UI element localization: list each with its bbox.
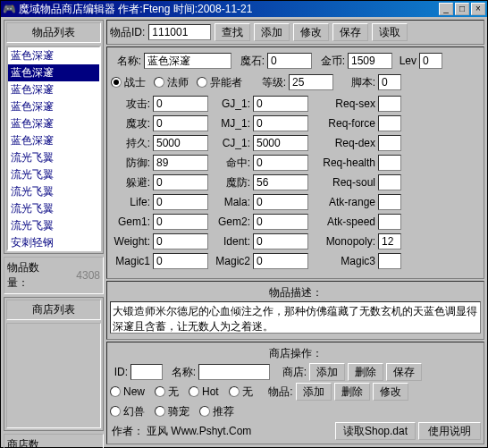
radio-recommend[interactable] [199,406,210,417]
item-target-label: 物品: [259,385,293,400]
list-item[interactable]: 蓝色深邃 [8,98,99,115]
mdef-input[interactable] [253,174,308,190]
list-item[interactable]: 流光飞翼 [8,217,99,234]
close-button[interactable]: × [471,3,485,15]
maximize-button[interactable]: □ [455,3,469,15]
modify-button[interactable]: 修改 [293,23,329,41]
atkrange-input[interactable] [378,194,401,210]
magic1-input[interactable] [153,253,208,269]
radio-hot[interactable] [189,386,199,397]
desc-panel: 物品描述： [106,281,484,340]
name-input[interactable] [144,53,231,69]
gj1-input[interactable] [253,96,308,112]
atk-input[interactable] [153,96,208,112]
add-button[interactable]: 添加 [254,23,290,41]
dodge-input[interactable] [153,174,208,190]
item-modify-button[interactable]: 修改 [373,383,408,401]
level-input[interactable] [289,74,333,90]
reqforce-input[interactable] [378,115,401,131]
desc-textarea[interactable] [110,301,481,334]
dur-label: 持久: [111,136,150,151]
gj1-label: GJ_1: [211,97,250,110]
top-toolbar: 物品ID: 查找 添加 修改 保存 读取 [106,20,484,45]
reqsex-label: Req-sex [311,97,375,110]
radio-fantasy[interactable] [110,406,121,417]
save-button[interactable]: 保存 [332,23,368,41]
class-psy-radio[interactable] [197,77,207,88]
shop-list-panel: 商店列表 [4,297,104,431]
list-item[interactable]: 蓝色深邃 [8,81,99,98]
list-item[interactable]: 流光飞翼 [8,149,99,166]
ident-label: Ident: [211,235,250,248]
weight-input[interactable] [153,233,208,249]
magic2-label: Magic2 [211,255,250,267]
shopops-title: 商店操作： [110,345,481,362]
script-input[interactable] [378,74,401,90]
reqhealth-input[interactable] [378,155,401,171]
shop-del-button[interactable]: 删除 [348,363,383,381]
shop-id-input[interactable] [130,364,163,380]
reqhealth-label: Req-health [311,156,375,169]
list-item[interactable]: 蓝色深邃 [8,64,99,81]
class-warrior-label: 战士 [124,75,146,90]
shop-save-button[interactable]: 保存 [386,363,422,381]
reqdex-input[interactable] [378,135,401,151]
radio-new[interactable] [110,386,121,397]
magic3-input[interactable] [378,253,401,269]
class-warrior-radio[interactable] [111,77,122,88]
item-listbox[interactable]: 蓝色深邃蓝色深邃蓝色深邃蓝色深邃蓝色深邃蓝色深邃流光飞翼流光飞翼流光飞翼流光飞翼… [6,46,101,251]
ms-input[interactable] [267,53,312,69]
ident-input[interactable] [253,233,308,249]
hit-input[interactable] [253,155,308,171]
minimize-button[interactable]: _ [439,3,453,15]
list-item[interactable]: 流光飞翼 [8,166,99,183]
mala-input[interactable] [253,194,308,210]
atkspeed-input[interactable] [378,214,401,230]
item-add-button[interactable]: 添加 [296,383,332,401]
read-shop-button[interactable]: 读取Shop.dat [335,422,416,440]
list-item[interactable]: 蓝色深邃 [8,132,99,149]
gem1-label: Gem1: [111,216,150,228]
author-label: 作者： [110,424,144,439]
magic2-input[interactable] [253,253,308,269]
list-item[interactable]: 蓝色深邃 [8,115,99,132]
help-button[interactable]: 使用说明 [418,422,481,440]
find-button[interactable]: 查找 [215,23,250,41]
dur-input[interactable] [153,135,208,151]
gem2-input[interactable] [253,214,308,230]
list-item[interactable]: 流光飞翼 [8,183,99,200]
shop-name-label: 名称: [165,365,196,380]
item-id-input[interactable] [148,24,211,40]
gem1-input[interactable] [153,214,208,230]
cj1-input[interactable] [253,135,308,151]
def-input[interactable] [153,155,208,171]
load-button[interactable]: 读取 [372,23,408,41]
class-mage-radio[interactable] [154,77,164,88]
monopoly-input[interactable] [378,233,401,249]
shop-count-label: 商店数量： [7,437,59,448]
radio-none2[interactable] [229,386,240,397]
item-del-button[interactable]: 删除 [334,383,370,401]
shop-name-input[interactable] [198,364,270,380]
reqsoul-input[interactable] [378,174,401,190]
lev-input[interactable] [419,53,442,69]
name-label: 名称: [111,54,141,69]
title-text: 魔域物品商店编辑器 作者:Fteng 时间:2008-11-21 [19,2,437,17]
shop-listbox[interactable] [6,323,101,428]
list-item[interactable]: 蓝色深邃 [8,47,99,64]
list-item[interactable]: 流光飞翼 [8,200,99,217]
life-input[interactable] [153,194,208,210]
life-label: Life: [111,196,150,208]
shop-add-button[interactable]: 添加 [309,363,345,381]
mj1-input[interactable] [253,115,308,131]
radio-mount[interactable] [155,406,165,417]
list-item[interactable]: 安刺轻钢 [8,234,99,251]
item-list-panel: 物品列表 蓝色深邃蓝色深邃蓝色深邃蓝色深邃蓝色深邃蓝色深邃流光飞翼流光飞翼流光飞… [4,20,104,254]
reqforce-label: Req-force [311,117,375,130]
gold-input[interactable] [348,53,392,69]
dodge-label: 躲避: [111,175,150,190]
radio-none1[interactable] [155,386,165,397]
gem2-label: Gem2: [211,216,250,228]
matk-input[interactable] [153,115,208,131]
reqsex-input[interactable] [378,96,401,112]
